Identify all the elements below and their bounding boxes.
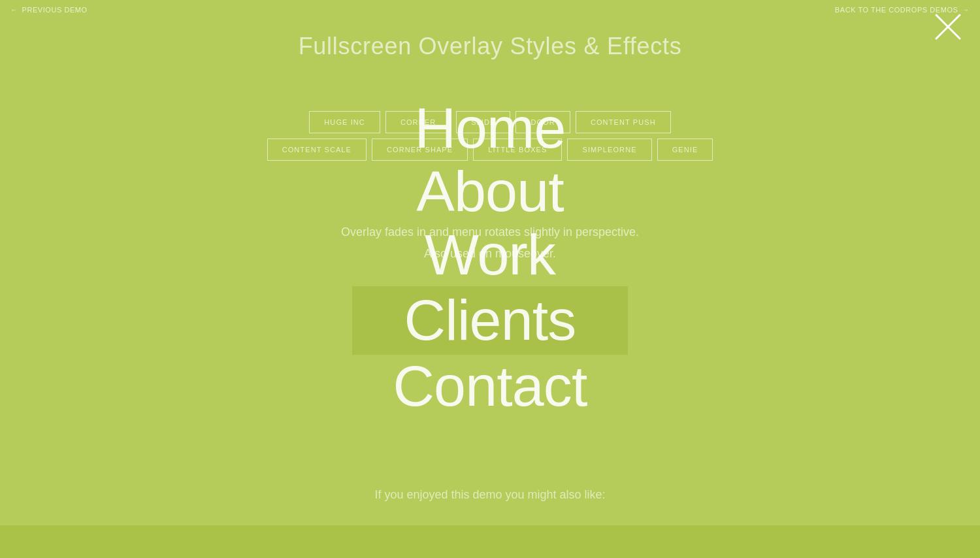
menu-item-about[interactable]: About [416, 160, 564, 223]
prev-demo-link[interactable]: ← PREVIOUS DEMO [10, 6, 88, 14]
close-button[interactable] [932, 10, 964, 43]
menu-item-contact[interactable]: Contact [393, 355, 587, 418]
menu-item-home[interactable]: Home [414, 97, 565, 160]
close-icon [934, 12, 962, 41]
bottom-text: If you enjoyed this demo you might also … [0, 488, 980, 502]
top-navigation-bar: ← PREVIOUS DEMO BACK TO THE CODROPS DEMO… [0, 0, 980, 20]
page-title: Fullscreen Overlay Styles & Effects [0, 33, 980, 60]
prev-demo-label[interactable]: PREVIOUS DEMO [22, 6, 88, 14]
overlay-menu: Home About Work Clients Contact [0, 97, 980, 418]
bottom-bar [0, 525, 980, 558]
menu-item-clients[interactable]: Clients [352, 286, 629, 355]
arrow-left-icon: ← [10, 6, 18, 14]
menu-item-work[interactable]: Work [425, 223, 555, 287]
